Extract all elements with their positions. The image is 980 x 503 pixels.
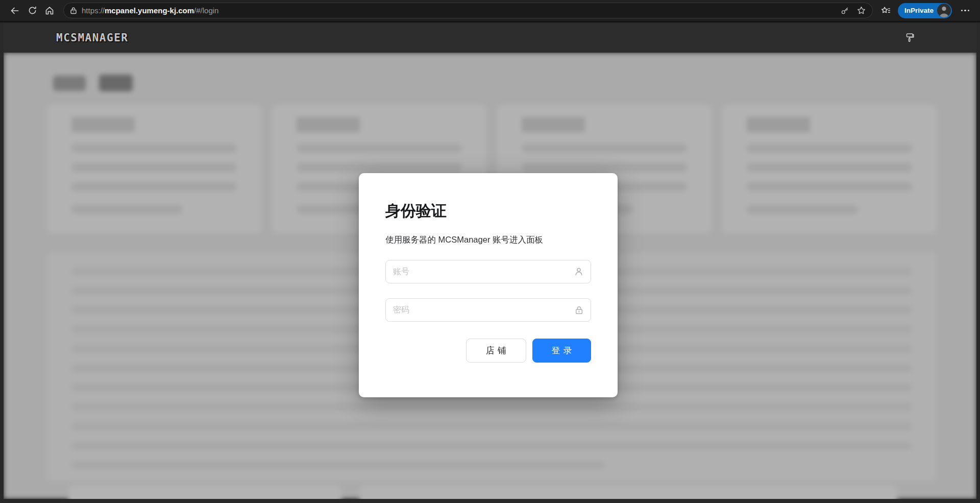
skeleton-block	[71, 143, 237, 153]
skeleton-block	[522, 117, 585, 132]
password-field-wrap	[385, 298, 591, 322]
account-input[interactable]	[393, 267, 574, 276]
back-arrow-icon	[10, 6, 20, 16]
skeleton-block	[71, 205, 183, 214]
url-text: https://mcpanel.yumeng-kj.com/#/login	[82, 6, 835, 15]
modal-subtitle: 使用服务器的 MCSManager 账号进入面板	[385, 234, 591, 246]
settings-more-button[interactable]	[959, 2, 972, 19]
skeleton-block	[297, 117, 360, 132]
modal-actions: 店铺 登录	[385, 339, 591, 363]
account-field-wrap	[385, 260, 591, 283]
skeleton-block	[747, 163, 912, 172]
skeleton-tab	[99, 75, 133, 91]
skeleton-block	[359, 485, 897, 499]
modal-title: 身份验证	[385, 201, 591, 222]
lock-icon	[69, 7, 78, 15]
person-icon	[574, 267, 584, 277]
skeleton-tab	[53, 76, 86, 91]
login-button[interactable]: 登录	[532, 339, 591, 363]
skeleton-block	[68, 485, 341, 499]
url-path: /#/login	[194, 6, 218, 15]
address-bar[interactable]: https://mcpanel.yumeng-kj.com/#/login	[63, 3, 873, 18]
auth-modal: 身份验证 使用服务器的 MCSManager 账号进入面板 店铺 登录	[359, 173, 618, 397]
url-domain: mcpanel.yumeng-kj.com	[105, 6, 194, 15]
skeleton-block	[722, 105, 937, 233]
mcsmanager-logo[interactable]: MCSMANAGER	[56, 32, 128, 44]
skeleton-block	[71, 422, 912, 430]
skeleton-block	[522, 163, 687, 172]
skeleton-block	[747, 143, 912, 153]
skeleton-block	[71, 182, 237, 191]
padlock-icon	[574, 305, 584, 315]
skeleton-block	[71, 442, 912, 450]
favorite-star-icon[interactable]	[856, 6, 866, 15]
refresh-icon	[28, 6, 37, 15]
skeleton-block	[747, 182, 912, 191]
profile-avatar[interactable]	[937, 4, 951, 17]
skeleton-block	[522, 143, 687, 153]
skeleton-block	[71, 163, 237, 172]
password-key-icon[interactable]	[840, 6, 849, 15]
browser-toolbar: https://mcpanel.yumeng-kj.com/#/login	[0, 0, 980, 22]
inprivate-badge[interactable]: InPrivate	[898, 3, 952, 18]
skeleton-block	[297, 163, 462, 172]
inprivate-label: InPrivate	[904, 7, 934, 14]
ellipsis-icon	[961, 10, 970, 12]
password-input[interactable]	[393, 305, 574, 315]
shop-button[interactable]: 店铺	[466, 339, 526, 363]
refresh-button[interactable]	[23, 2, 41, 19]
skeleton-block	[297, 143, 462, 153]
skeleton-block	[71, 403, 912, 411]
skeleton-block	[71, 461, 605, 469]
url-scheme: https://	[82, 6, 105, 15]
paint-roller-icon	[904, 32, 915, 43]
skeleton-block	[47, 105, 261, 233]
skeleton-block	[71, 117, 135, 132]
skeleton-block	[747, 117, 810, 132]
favorites-hub-icon[interactable]	[880, 5, 891, 16]
site-header: MCSMANAGER	[4, 23, 976, 53]
back-button[interactable]	[6, 2, 23, 19]
home-icon	[44, 6, 55, 16]
theme-switch-button[interactable]	[902, 30, 917, 45]
skeleton-block	[747, 205, 858, 214]
home-button[interactable]	[41, 2, 58, 19]
